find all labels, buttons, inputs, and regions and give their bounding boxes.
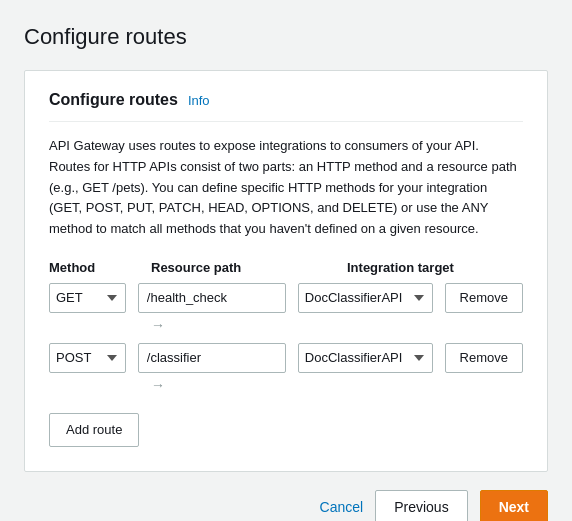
column-headers: Method Resource path Integration target	[49, 260, 523, 275]
path-column-header: Resource path	[151, 260, 299, 275]
arrow-row-1: →	[151, 317, 523, 333]
description-text: API Gateway uses routes to expose integr…	[49, 136, 523, 240]
page-title: Configure routes	[24, 24, 548, 50]
path-input-2[interactable]	[138, 343, 286, 373]
previous-button[interactable]: Previous	[375, 490, 467, 521]
cancel-button[interactable]: Cancel	[320, 499, 364, 515]
card-header: Configure routes Info	[49, 91, 523, 122]
next-button[interactable]: Next	[480, 490, 548, 521]
path-input-1[interactable]	[138, 283, 286, 313]
integration-select-1[interactable]: DocClassifierAPI	[298, 283, 433, 313]
configure-routes-card: Configure routes Info API Gateway uses r…	[24, 70, 548, 472]
method-column-header: Method	[49, 260, 139, 275]
arrow-row-2: →	[151, 377, 523, 393]
method-select-2[interactable]: POST ANY DELETE GET HEAD OPTIONS PATCH P…	[49, 343, 126, 373]
info-link[interactable]: Info	[188, 93, 210, 108]
arrow-icon-2: →	[151, 377, 165, 393]
arrow-icon-1: →	[151, 317, 165, 333]
route-row-2: POST ANY DELETE GET HEAD OPTIONS PATCH P…	[49, 343, 523, 373]
card-title: Configure routes	[49, 91, 178, 109]
route-row-1: GET ANY DELETE HEAD OPTIONS PATCH POST P…	[49, 283, 523, 313]
page-wrapper: Configure routes Configure routes Info A…	[0, 0, 572, 472]
footer: Cancel Previous Next	[0, 472, 572, 521]
add-route-button[interactable]: Add route	[49, 413, 139, 447]
remove-button-1[interactable]: Remove	[445, 283, 523, 313]
integration-select-2[interactable]: DocClassifierAPI	[298, 343, 433, 373]
integration-column-header: Integration target	[347, 260, 507, 275]
method-select-1[interactable]: GET ANY DELETE HEAD OPTIONS PATCH POST P…	[49, 283, 126, 313]
remove-button-2[interactable]: Remove	[445, 343, 523, 373]
